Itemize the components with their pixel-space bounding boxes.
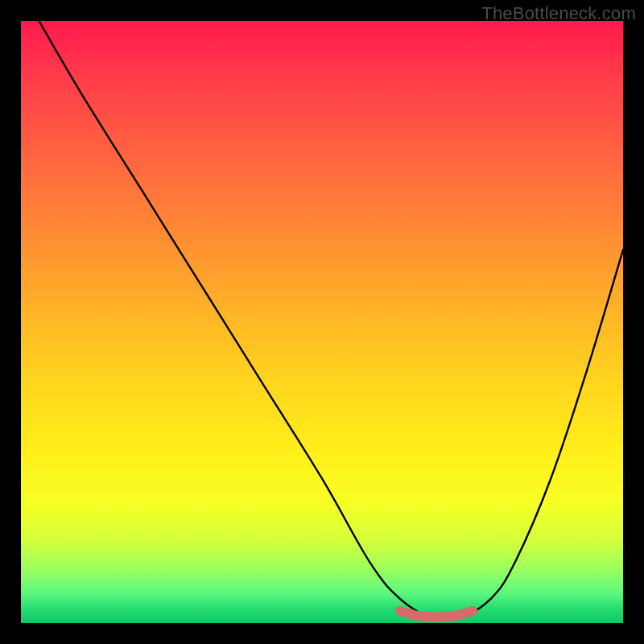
chart-frame: [21, 21, 623, 623]
plateau-highlight-line: [400, 611, 473, 617]
bottleneck-curve-line: [39, 21, 623, 620]
chart-svg: [21, 21, 623, 623]
